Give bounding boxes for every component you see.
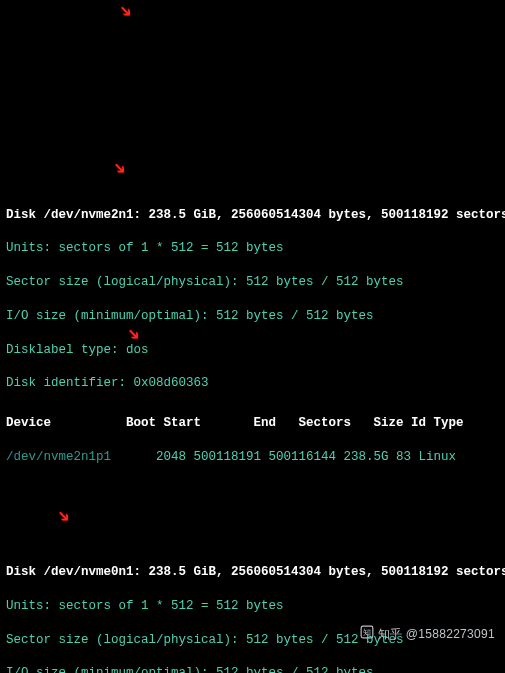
disk-label-type: Disklabel type: dos — [6, 342, 499, 359]
annotation-arrow-icon: ➔ — [47, 503, 77, 533]
watermark-text: 知乎 @15882273091 — [378, 626, 495, 642]
table-row: /dev/nvme2n1p1 2048 500118191 500116144 … — [6, 449, 499, 466]
disk-sector-size: Sector size (logical/physical): 512 byte… — [6, 274, 499, 291]
disk-block: Disk /dev/nvme2n1: 238.5 GiB, 2560605143… — [6, 190, 499, 483]
svg-text:知: 知 — [362, 628, 370, 637]
disk-io-size: I/O size (minimum/optimal): 512 bytes / … — [6, 308, 499, 325]
zhihu-icon: 知 — [345, 608, 374, 659]
disk-header: Disk /dev/nvme2n1: 238.5 GiB, 2560605143… — [6, 207, 499, 224]
device-values: 2048 500118191 500116144 238.5G 83 Linux — [156, 450, 456, 464]
disk-io-size: I/O size (minimum/optimal): 512 bytes / … — [6, 665, 499, 673]
disk-units: Units: sectors of 1 * 512 = 512 bytes — [6, 240, 499, 257]
annotation-arrow-icon: ➔ — [103, 155, 133, 185]
device-spacer — [111, 450, 156, 464]
partition-table-header: Device Boot Start End Sectors Size Id Ty… — [6, 415, 499, 432]
device-path: /dev/nvme2n1p1 — [6, 450, 111, 464]
disk-header: Disk /dev/nvme0n1: 238.5 GiB, 2560605143… — [6, 564, 499, 581]
annotation-arrow-icon: ➔ — [109, 0, 139, 28]
disk-identifier: Disk identifier: 0x08d60363 — [6, 375, 499, 392]
watermark: 知 知乎 @15882273091 — [345, 608, 495, 659]
